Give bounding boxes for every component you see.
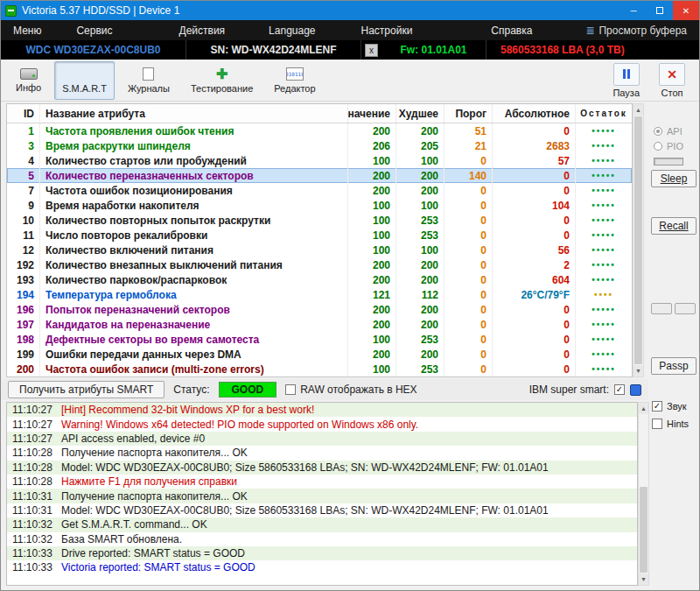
attr-value: 200 bbox=[348, 257, 396, 272]
smart-table-row[interactable]: 197 Кандидатов на переназначение 200 200… bbox=[7, 317, 632, 332]
log-scrollbar[interactable]: ▲ ▼ bbox=[638, 402, 649, 586]
smart-table-row[interactable]: 9 Время наработки накопителя 100 100 0 1… bbox=[7, 198, 632, 213]
device-firmware: Fw: 01.01A01 bbox=[382, 40, 486, 60]
ibm-label: IBM super smart: bbox=[529, 383, 609, 396]
info-button[interactable]: Инфо bbox=[8, 61, 49, 100]
buffer-view-button[interactable]: ≣ Просмотр буфера bbox=[585, 25, 687, 37]
close-button[interactable]: ✕ bbox=[673, 1, 699, 20]
smart-table-row[interactable]: 1 Частота проявления ошибок чтения 200 2… bbox=[7, 123, 632, 138]
menu-item-actions[interactable]: Действия bbox=[171, 22, 234, 39]
raw-hex-checkbox[interactable] bbox=[285, 384, 296, 395]
log-row[interactable]: 11:10:27 API access enabled, device #0 bbox=[7, 432, 637, 446]
header-remain[interactable]: Остаток bbox=[576, 104, 632, 123]
smart-table-row[interactable]: 194 Температура гермоблока 121 112 0 26°… bbox=[7, 287, 632, 302]
smart-table-row[interactable]: 3 Время раскрутки шпинделя 206 205 21 26… bbox=[7, 138, 632, 153]
log-row[interactable]: 11:10:31 Model: WDC WD30EZAX-00C8UB0; Si… bbox=[7, 503, 637, 517]
scroll-up-icon[interactable]: ▲ bbox=[634, 104, 643, 116]
log-row[interactable]: 11:10:27 Warning! Windows x64 detected! … bbox=[7, 417, 637, 431]
log-row[interactable]: 11:10:28 Нажмите F1 для получения справк… bbox=[7, 475, 637, 489]
header-id[interactable]: ID bbox=[7, 104, 40, 123]
pause-button[interactable] bbox=[613, 63, 640, 86]
attr-absolute: 0 bbox=[493, 123, 576, 138]
smart-table-row[interactable]: 10 Количество повторных попыток раскрутк… bbox=[7, 213, 632, 228]
editor-button[interactable]: 010110 Редактор bbox=[266, 61, 323, 100]
header-worst[interactable]: Худшее bbox=[396, 104, 444, 123]
testing-button[interactable]: ✚ Тестирование bbox=[183, 61, 261, 100]
log-row[interactable]: 11:10:32 Get S.M.A.R.T. command... OK bbox=[7, 517, 637, 531]
smart-table-row[interactable]: 196 Попыток переназначений секторов 200 … bbox=[7, 302, 632, 317]
log-row[interactable]: 11:10:27 [Hint] Recommend 32-bit Windows… bbox=[7, 403, 637, 417]
menu-item-help[interactable]: Справка bbox=[482, 22, 541, 39]
raw-hex-checkbox-row[interactable]: RAW отображать в HEX bbox=[285, 383, 416, 396]
log-row[interactable]: 11:10:31 Получение паспорта накопителя..… bbox=[7, 489, 637, 503]
ibm-checkbox[interactable]: ✓ bbox=[614, 384, 625, 395]
smart-table-row[interactable]: 5 Количество переназначенных секторов 20… bbox=[7, 168, 632, 183]
attr-health-dots: ••••• bbox=[576, 332, 632, 347]
attr-value: 206 bbox=[348, 138, 396, 153]
maximize-button[interactable] bbox=[647, 1, 673, 20]
log-row[interactable]: 11:10:33 Victoria reported: SMART status… bbox=[7, 560, 637, 574]
device-close-icon[interactable]: x bbox=[365, 44, 378, 57]
attr-worst: 112 bbox=[396, 287, 444, 302]
smart-table-row[interactable]: 199 Ошибки передачи данных через DMA 200… bbox=[7, 347, 632, 362]
smart-table-row[interactable]: 4 Количество стартов или пробуждений 100… bbox=[7, 153, 632, 168]
attr-name: Время раскрутки шпинделя bbox=[40, 138, 348, 153]
attr-threshold: 0 bbox=[444, 302, 493, 317]
menu-item-menu[interactable]: Меню bbox=[4, 22, 50, 39]
menu-item-language[interactable]: Language bbox=[260, 22, 324, 39]
recall-button[interactable]: Recall bbox=[651, 217, 696, 235]
log-time: 11:10:32 bbox=[7, 533, 61, 545]
get-smart-button[interactable]: Получить атрибуты SMART bbox=[8, 381, 164, 398]
smart-table-row[interactable]: 12 Количество включений питания 100 100 … bbox=[7, 243, 632, 257]
log-scroll-down-icon[interactable]: ▼ bbox=[639, 573, 648, 585]
tiny-button-left[interactable] bbox=[651, 303, 672, 314]
table-scrollbar-thumb[interactable] bbox=[634, 116, 642, 364]
header-value[interactable]: Значение bbox=[348, 104, 396, 123]
log-scroll-up-icon[interactable]: ▲ bbox=[639, 403, 648, 414]
minimize-button[interactable]: ─ bbox=[620, 1, 647, 20]
log-row[interactable]: 11:10:28 Получение паспорта накопителя..… bbox=[7, 446, 637, 460]
smart-table-row[interactable]: 192 Количество внезапных выключений пита… bbox=[7, 257, 632, 272]
device-model[interactable]: WDC WD30EZAX-00C8UB0 bbox=[1, 40, 186, 60]
stop-button[interactable]: ✕ bbox=[659, 63, 685, 86]
header-name[interactable]: Название атрибута bbox=[40, 104, 348, 123]
attr-value: 100 bbox=[348, 362, 396, 376]
api-radio[interactable]: API bbox=[654, 126, 682, 137]
smart-table-row[interactable]: 198 Дефектные секторы во время самотеста… bbox=[7, 332, 632, 347]
header-absolute[interactable]: Абсолютное bbox=[493, 104, 576, 123]
attr-name: Частота ошибок записи (multi-zone errors… bbox=[40, 362, 348, 376]
log-scrollbar-thumb[interactable] bbox=[640, 487, 648, 573]
tiny-button-right[interactable] bbox=[675, 303, 696, 314]
log-message: Нажмите F1 для получения справки bbox=[61, 475, 637, 488]
hints-checkbox-row[interactable]: Hints bbox=[652, 419, 689, 429]
journals-button[interactable]: Журналы bbox=[120, 61, 178, 100]
attr-health-dots: •••• bbox=[576, 287, 632, 302]
passp-button[interactable]: Passp bbox=[651, 357, 696, 375]
smart-button[interactable]: S.M.A.R.T bbox=[54, 61, 115, 100]
log-row[interactable]: 11:10:33 Drive reported: SMART status = … bbox=[7, 546, 637, 560]
log-row[interactable]: 11:10:32 База SMART обновлена. bbox=[7, 532, 637, 546]
ibm-indicator[interactable] bbox=[630, 384, 641, 396]
sleep-button[interactable]: Sleep bbox=[651, 170, 696, 187]
device-bar: WDC WD30EZAX-00C8UB0 SN: WD-WX42D24MLENF… bbox=[1, 40, 699, 60]
pio-radio[interactable]: PIO bbox=[654, 141, 683, 151]
stop-group: ✕ Стоп bbox=[659, 63, 685, 98]
attr-id: 192 bbox=[7, 257, 40, 272]
sound-checkbox-row[interactable]: ✓ Звук bbox=[652, 401, 687, 412]
menu-item-settings[interactable]: Настройки bbox=[353, 22, 422, 39]
log-row[interactable]: 11:10:28 Model: WDC WD30EZAX-00C8UB0; Si… bbox=[7, 461, 637, 475]
hints-checkbox[interactable] bbox=[652, 419, 662, 429]
attr-absolute: 104 bbox=[493, 198, 576, 213]
scroll-down-icon[interactable]: ▼ bbox=[634, 365, 643, 376]
menu-item-service[interactable]: Сервис bbox=[67, 22, 121, 39]
attr-value: 200 bbox=[348, 302, 396, 317]
smart-table-row[interactable]: 11 Число повторов рекалибровки 100 253 0… bbox=[7, 228, 632, 243]
header-threshold[interactable]: Порог bbox=[444, 104, 493, 123]
sound-checkbox[interactable]: ✓ bbox=[652, 401, 662, 412]
smart-table-row[interactable]: 200 Частота ошибок записи (multi-zone er… bbox=[7, 362, 632, 376]
smart-table-row[interactable]: 193 Количество парковок/распарковок 200 … bbox=[7, 272, 632, 287]
smart-table-row[interactable]: 7 Частота ошибок позиционирования 200 20… bbox=[7, 183, 632, 198]
table-scrollbar[interactable]: ▲ ▼ bbox=[633, 103, 644, 377]
smart-label: S.M.A.R.T bbox=[62, 83, 107, 94]
attr-id: 5 bbox=[7, 168, 40, 183]
